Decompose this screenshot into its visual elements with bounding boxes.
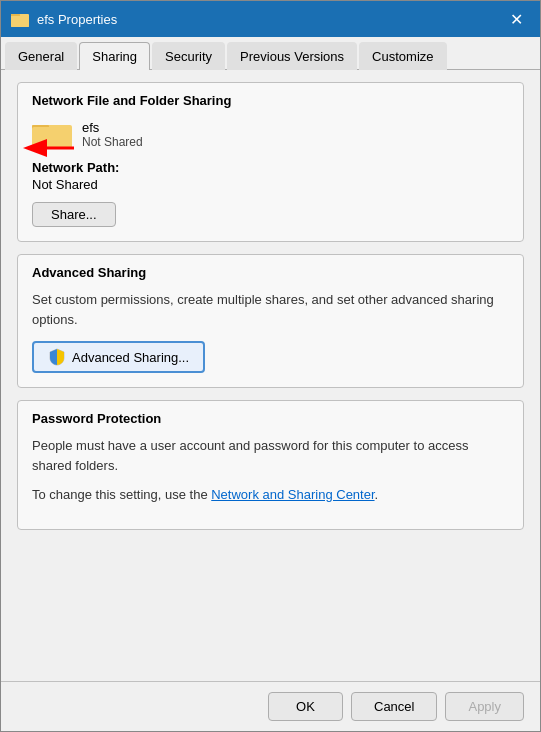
password-protection-text1: People must have a user account and pass… [32, 436, 509, 475]
ok-button[interactable]: OK [268, 692, 343, 721]
password-text2-suffix: . [375, 487, 379, 502]
share-button[interactable]: Share... [32, 202, 116, 227]
svg-rect-2 [11, 16, 29, 27]
tab-general[interactable]: General [5, 42, 77, 70]
network-path-label: Network Path: [32, 160, 509, 175]
tab-previous-versions[interactable]: Previous Versions [227, 42, 357, 70]
properties-window: efs Properties ✕ General Sharing Securit… [0, 0, 541, 732]
close-button[interactable]: ✕ [502, 5, 530, 33]
advanced-sharing-title: Advanced Sharing [32, 265, 509, 280]
network-sharing-center-link[interactable]: Network and Sharing Center [211, 487, 374, 502]
password-protection-section: Password Protection People must have a u… [17, 400, 524, 530]
network-sharing-title: Network File and Folder Sharing [32, 93, 509, 108]
shield-icon [48, 348, 66, 366]
password-text2-prefix: To change this setting, use the [32, 487, 211, 502]
advanced-sharing-button[interactable]: Advanced Sharing... [32, 341, 205, 373]
tab-sharing[interactable]: Sharing [79, 42, 150, 70]
password-protection-text2: To change this setting, use the Network … [32, 485, 509, 505]
svg-rect-8 [32, 127, 72, 149]
tab-security[interactable]: Security [152, 42, 225, 70]
network-sharing-section: Network File and Folder Sharing efs Not … [17, 82, 524, 242]
password-protection-title: Password Protection [32, 411, 509, 426]
folder-title-icon [11, 11, 29, 27]
tab-content: Network File and Folder Sharing efs Not … [1, 70, 540, 681]
bottom-bar: OK Cancel Apply [1, 681, 540, 731]
folder-row: efs Not Shared [32, 118, 509, 150]
advanced-sharing-button-label: Advanced Sharing... [72, 350, 189, 365]
tab-customize[interactable]: Customize [359, 42, 446, 70]
svg-rect-1 [11, 14, 20, 16]
advanced-sharing-section: Advanced Sharing Set custom permissions,… [17, 254, 524, 388]
title-bar: efs Properties ✕ [1, 1, 540, 37]
tabs-bar: General Sharing Security Previous Versio… [1, 37, 540, 70]
cancel-button[interactable]: Cancel [351, 692, 437, 721]
folder-status: Not Shared [82, 135, 143, 149]
window-title: efs Properties [37, 12, 502, 27]
advanced-sharing-description: Set custom permissions, create multiple … [32, 290, 509, 329]
network-path-value: Not Shared [32, 177, 509, 192]
apply-button[interactable]: Apply [445, 692, 524, 721]
folder-name: efs [82, 120, 143, 135]
folder-info: efs Not Shared [82, 120, 143, 149]
folder-icon [32, 118, 72, 150]
